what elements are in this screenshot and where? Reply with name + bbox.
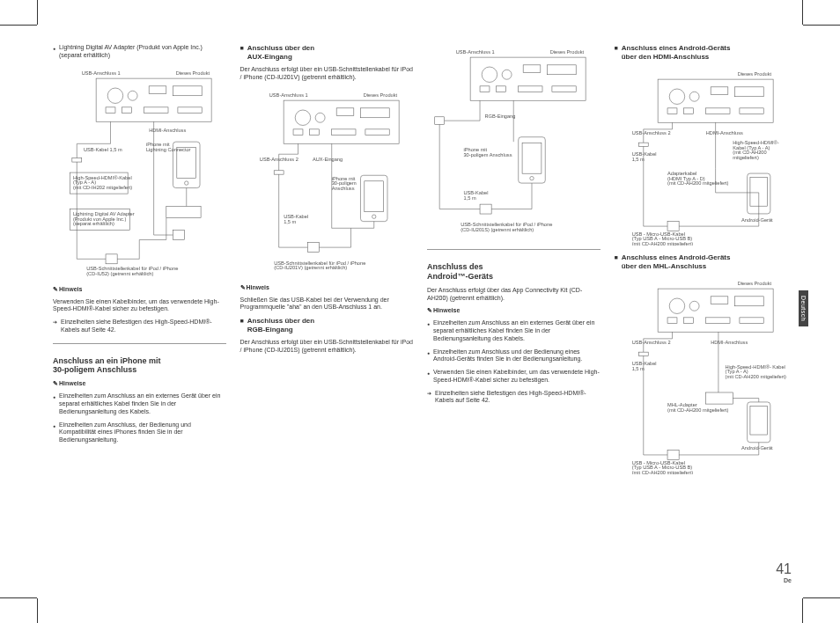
- svg-rect-4: [106, 106, 115, 113]
- bullet-icon: [427, 319, 430, 342]
- svg-rect-27: [523, 65, 541, 73]
- svg-rect-39: [711, 87, 728, 95]
- label-usb-port-1: USB-Anschluss 1: [269, 92, 307, 97]
- bullet-icon: [427, 348, 430, 364]
- diagram-android-mhl: Dieses Produkt USB-Anschluss 2 HDMI-Ansc…: [615, 277, 788, 475]
- note-block: Hinweis: [240, 284, 414, 291]
- label-iphone-30pin: iPhone mit30-poligem Anschluss: [463, 147, 512, 157]
- label-this-product: Dieses Produkt: [737, 71, 771, 77]
- language-tab: Deutsch: [799, 290, 808, 326]
- note-text: Verwenden Sie einen Kabelbinder, um das …: [53, 298, 226, 314]
- label-this-product: Dieses Produkt: [363, 92, 397, 97]
- label-micro-usb: USB - Micro-USB-Kabel(Typ USB A - Micro-…: [631, 231, 693, 246]
- label-usb-port-1: USB-Anschluss 1: [456, 49, 495, 55]
- bullet-text: Einzelheiten zum Anschluss und der Bedie…: [433, 348, 600, 364]
- arrow-icon: [427, 390, 431, 406]
- bullet-text: Verwenden Sie einen Kabelbinder, um das …: [433, 369, 600, 385]
- svg-rect-6: [144, 106, 168, 113]
- note-text: Schließen Sie das USB-Kabel bei der Verw…: [240, 297, 414, 312]
- device-box: [284, 100, 399, 143]
- label-usb-port-1: USB-Anschluss 1: [82, 70, 121, 75]
- svg-rect-42: [683, 108, 693, 114]
- bullet-item: Einzelheiten zum Anschluss an ein extern…: [427, 319, 601, 342]
- section-divider: [427, 249, 601, 250]
- page-content: Lightning Digital AV Adapter (Produkt vo…: [53, 44, 787, 588]
- column-3: USB-Anschluss 1 Dieses Produkt RGB-Einga…: [427, 44, 601, 588]
- paragraph: Der Anschluss erfolgt über das App Conne…: [427, 287, 601, 303]
- device-box: [470, 57, 586, 100]
- bullet-text: Einzelheiten zum Anschluss an ein extern…: [433, 319, 600, 342]
- label-usb-interface: USB-Schnittstellenkabel für iPod / iPhon…: [86, 266, 178, 275]
- label-this-product: Dieses Produkt: [176, 70, 210, 75]
- svg-rect-52: [667, 318, 677, 324]
- label-micro-usb: USB - Micro-USB-Kabel(Typ USB A - Micro-…: [631, 460, 693, 474]
- column-4: Anschluss eines Android-Gerätsüber den H…: [615, 44, 788, 588]
- label-usb-cable: USB-Kabel1,5 m: [631, 362, 656, 371]
- svg-rect-2: [149, 85, 166, 93]
- note-label: Hinweis: [59, 286, 82, 292]
- notes-label: Hinweise: [59, 380, 85, 386]
- arrow-item: Einzelheiten siehe Befestigen des High-S…: [427, 390, 601, 406]
- svg-rect-19: [331, 129, 355, 136]
- label-usb-port-2: USB-Anschluss 2: [631, 131, 670, 136]
- note-block: Hinweis: [53, 286, 226, 293]
- label-hdmi-cable: High-Speed-HDMI®- Kabel(Typ A - A)(mit C…: [725, 364, 786, 379]
- label-android-device: Android-Gerät: [741, 446, 773, 451]
- bullet-item: Einzelheiten zum Anschluss, der Bedienun…: [53, 421, 226, 444]
- label-this-product: Dieses Produkt: [737, 281, 771, 286]
- bullet-item: Einzelheiten zum Anschluss an ein extern…: [53, 392, 226, 415]
- label-rgb-in: RGB-Eingang: [485, 114, 516, 119]
- bullet-item: Lightning Digital AV Adapter (Produkt vo…: [53, 44, 226, 60]
- svg-rect-8: [72, 158, 82, 161]
- note-label: Hinweis: [247, 284, 269, 290]
- diagram-iphone-rgb: USB-Anschluss 1 Dieses Produkt RGB-Einga…: [427, 46, 601, 238]
- bullet-text: Einzelheiten zum Anschluss, der Bedienun…: [59, 421, 225, 444]
- label-usb-cable: USB-Kabel1,5 m: [284, 214, 308, 224]
- svg-rect-45: [638, 143, 648, 146]
- note-icon: [240, 284, 247, 290]
- square-icon: [615, 44, 618, 61]
- svg-rect-20: [365, 129, 388, 136]
- page-number-block: 41 De: [776, 561, 792, 583]
- bullet-item: Verwenden Sie einen Kabelbinder, um das …: [427, 369, 601, 385]
- square-icon: [240, 317, 244, 333]
- note-icon: [53, 286, 59, 292]
- svg-rect-50: [711, 297, 728, 304]
- svg-rect-18: [309, 129, 319, 136]
- svg-rect-16: [360, 108, 389, 118]
- diagram-android-hdmi: Dieses Produkt USB-Anschluss 2 HDMI-Ansc…: [615, 68, 788, 246]
- adapter-shape: [166, 206, 201, 217]
- label-this-product: Dieses Produkt: [550, 49, 585, 55]
- label-android-device: Android-Gerät: [741, 217, 773, 223]
- svg-rect-24: [307, 242, 319, 252]
- label-hdmi-port: HDMI-Anschluss: [149, 128, 186, 133]
- svg-rect-31: [519, 86, 542, 92]
- svg-rect-33: [435, 117, 445, 125]
- label-iphone-30pin: iPhone mit30-poligemAnschluss: [331, 175, 356, 190]
- svg-rect-21: [274, 170, 284, 173]
- note-icon: [53, 380, 59, 386]
- column-1: Lightning Digital AV Adapter (Produkt vo…: [53, 44, 226, 588]
- label-hdmi-port: HDMI-Anschluss: [705, 131, 742, 136]
- sub-heading: Anschluss über denAUX-Eingang: [240, 44, 414, 61]
- svg-rect-22: [364, 180, 383, 211]
- column-2: Anschluss über denAUX-Eingang Der Anschl…: [240, 44, 414, 588]
- label-usb-interface: USB-Schnittstellenkabel für iPod / iPhon…: [274, 260, 365, 269]
- svg-rect-34: [522, 143, 542, 173]
- label-hdmi-port: HDMI-Anschluss: [711, 341, 748, 346]
- label-adapter-cable: Adapterkabel(HDMI Typ A - D)(mit CD-AH20…: [667, 171, 729, 186]
- svg-rect-55: [739, 318, 763, 324]
- arrow-item: Einzelheiten siehe Befestigen des High-S…: [53, 319, 226, 334]
- svg-rect-17: [293, 129, 303, 136]
- paragraph: Der Anschluss erfolgt über ein USB-Schni…: [240, 66, 414, 82]
- section-heading: Anschluss des Android™-Geräts: [427, 262, 601, 282]
- svg-rect-47: [667, 222, 679, 231]
- svg-rect-43: [705, 108, 729, 114]
- device-box: [96, 78, 211, 121]
- svg-rect-7: [178, 106, 202, 113]
- arrow-text: Einzelheiten siehe Befestigen des High-S…: [61, 319, 226, 334]
- bullet-text: Einzelheiten zum Anschluss an ein extern…: [59, 392, 225, 415]
- bullet-icon: [427, 369, 430, 385]
- section-divider: [53, 343, 226, 344]
- diagram-iphone-aux: USB-Anschluss 1 Dieses Produkt USB-Ansch…: [240, 89, 414, 277]
